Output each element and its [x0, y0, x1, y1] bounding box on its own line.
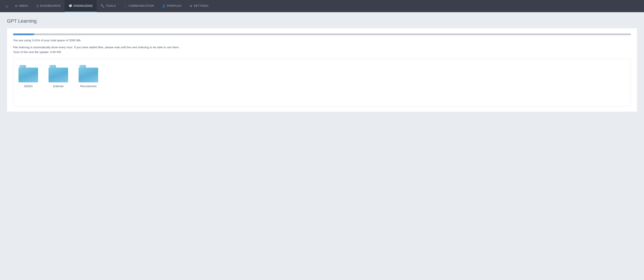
indexing-line2: Time of the next file update: 3:00 PM [13, 50, 631, 54]
indexing-line1: File indexing is automatically done ever… [13, 45, 631, 50]
settings-icon: ⚙ [190, 4, 192, 7]
communication-icon: 📞 [124, 4, 127, 7]
folder-demo-icon [18, 65, 38, 82]
page-content: GPT Learning You are using 3.41% of your… [0, 12, 644, 118]
page-title: GPT Learning [7, 18, 637, 24]
folder-container: DEMO Editorial Recrutement [13, 59, 631, 106]
folder-recrutement-label: Recrutement [80, 85, 96, 88]
nav-dashboards[interactable]: ◷ DASHBOARDS [32, 0, 65, 12]
folder-demo-label: DEMO [24, 85, 33, 88]
nav-communication[interactable]: 📞 COMMUNICATION [120, 0, 158, 12]
nav-profiles[interactable]: 👤 PROFILES [158, 0, 186, 12]
folder-editorial-icon [48, 65, 68, 82]
progress-fill [13, 33, 34, 35]
storage-text: You are using 3.41% of your total space … [13, 39, 631, 42]
main-nav: ⌂ ✉ INBOX ◷ DASHBOARDS 💬 KNOWLEDGE 🔧 TOO… [0, 0, 644, 12]
tools-icon: 🔧 [100, 4, 104, 7]
folder-recrutement-icon [78, 65, 98, 82]
nav-settings[interactable]: ⚙ SETTINGS [186, 0, 213, 12]
main-card: You are using 3.41% of your total space … [7, 28, 637, 112]
folder-editorial-label: Editorial [53, 85, 64, 88]
progress-track [13, 33, 631, 35]
nav-knowledge[interactable]: 💬 KNOWLEDGE [65, 0, 97, 12]
folder-editorial[interactable]: Editorial [48, 65, 68, 88]
indexing-info: File indexing is automatically done ever… [13, 45, 631, 54]
inbox-icon: ✉ [15, 4, 18, 7]
folder-recrutement[interactable]: Recrutement [78, 65, 98, 88]
nav-tools[interactable]: 🔧 TOOLS [97, 0, 120, 12]
profiles-icon: 👤 [162, 4, 166, 7]
dashboards-icon: ◷ [36, 4, 39, 7]
home-icon[interactable]: ⌂ [2, 4, 11, 8]
folder-demo[interactable]: DEMO [18, 65, 38, 88]
knowledge-icon: 💬 [68, 4, 72, 7]
nav-inbox[interactable]: ✉ INBOX [11, 0, 32, 12]
